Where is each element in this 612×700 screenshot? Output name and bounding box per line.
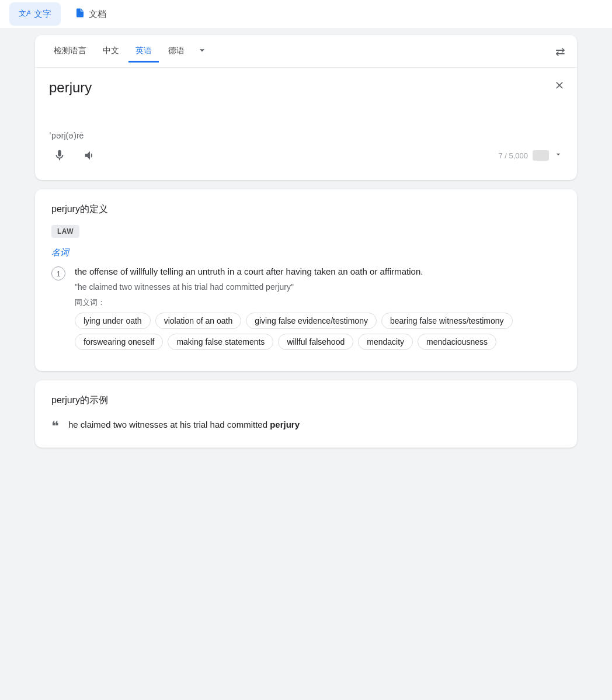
svg-text:文A: 文A bbox=[19, 9, 30, 18]
example-text-bold: perjury bbox=[270, 420, 300, 429]
def-example-1: "he claimed two witnesses at his trial h… bbox=[75, 282, 561, 292]
mic-button[interactable] bbox=[49, 145, 70, 166]
definition-card: perjury的定义 LAW 名词 1 the offense of willf… bbox=[35, 189, 577, 371]
audio-controls: 7 / 5,000 bbox=[49, 145, 563, 171]
synonym-tags: lying under oathviolation of an oathgivi… bbox=[75, 313, 561, 350]
clear-button[interactable] bbox=[554, 79, 565, 93]
lang-detect[interactable]: 检测语言 bbox=[47, 41, 93, 63]
synonym-tag[interactable]: mendacity bbox=[358, 334, 413, 350]
definition-item-1: 1 the offense of willfully telling an un… bbox=[51, 265, 561, 350]
synonym-tag[interactable]: lying under oath bbox=[75, 313, 151, 329]
synonym-tag[interactable]: making false statements bbox=[168, 334, 273, 350]
text-input-area: perjury ˈpərj(ə)rē 7 / 5,000 bbox=[35, 68, 577, 180]
definition-title: perjury的定义 bbox=[51, 203, 561, 216]
input-card: 检测语言 中文 英语 德语 ⇄ perjury ˈpərj(ə)rē bbox=[35, 35, 577, 180]
tab-doc-label: 文档 bbox=[89, 9, 106, 20]
input-word[interactable]: perjury bbox=[49, 79, 563, 96]
synonyms-label: 同义词： bbox=[75, 297, 561, 308]
phonetic: ˈpərj(ə)rē bbox=[49, 131, 563, 140]
lang-de[interactable]: 德语 bbox=[161, 41, 192, 63]
tab-doc[interactable]: 文档 bbox=[65, 3, 116, 25]
synonym-tag[interactable]: giving false evidence/testimony bbox=[246, 313, 377, 329]
top-bar: 文A 文字 文档 bbox=[0, 0, 612, 28]
pos-label: 名词 bbox=[51, 247, 561, 258]
synonym-tag[interactable]: bearing false witness/testimony bbox=[381, 313, 513, 329]
speaker-button[interactable] bbox=[79, 145, 100, 166]
tab-text-label: 文字 bbox=[34, 9, 51, 20]
text-tab-icon: 文A bbox=[19, 7, 30, 21]
tab-text[interactable]: 文A 文字 bbox=[9, 2, 61, 26]
chevron-down-button[interactable] bbox=[554, 150, 563, 161]
swap-languages-button[interactable]: ⇄ bbox=[555, 44, 565, 58]
doc-tab-icon bbox=[75, 8, 85, 20]
char-count: 7 / 5,000 bbox=[498, 150, 563, 161]
lang-en[interactable]: 英语 bbox=[128, 41, 159, 63]
main-content: 检测语言 中文 英语 德语 ⇄ perjury ˈpərj(ə)rē bbox=[0, 28, 612, 464]
lang-zh[interactable]: 中文 bbox=[96, 41, 126, 63]
keyboard-icon bbox=[533, 150, 549, 161]
example-text-1: he claimed two witnesses at his trial ha… bbox=[68, 418, 300, 432]
synonym-tag[interactable]: violation of an oath bbox=[155, 313, 242, 329]
synonym-tag[interactable]: mendaciousness bbox=[418, 334, 496, 350]
def-text-1: the offense of willfully telling an untr… bbox=[75, 265, 561, 279]
example-item-1: ❝ he claimed two witnesses at his trial … bbox=[51, 418, 561, 434]
examples-title: perjury的示例 bbox=[51, 394, 561, 407]
law-badge: LAW bbox=[51, 225, 79, 238]
def-number-1: 1 bbox=[51, 266, 65, 280]
def-content-1: the offense of willfully telling an untr… bbox=[75, 265, 561, 350]
quote-icon: ❝ bbox=[51, 420, 59, 434]
lang-bar: 检测语言 中文 英语 德语 ⇄ bbox=[35, 35, 577, 68]
examples-card: perjury的示例 ❝ he claimed two witnesses at… bbox=[35, 380, 577, 448]
lang-more-button[interactable] bbox=[194, 40, 210, 63]
synonym-tag[interactable]: forswearing oneself bbox=[75, 334, 163, 350]
example-text-before: he claimed two witnesses at his trial ha… bbox=[68, 420, 270, 429]
synonym-tag[interactable]: willful falsehood bbox=[278, 334, 353, 350]
